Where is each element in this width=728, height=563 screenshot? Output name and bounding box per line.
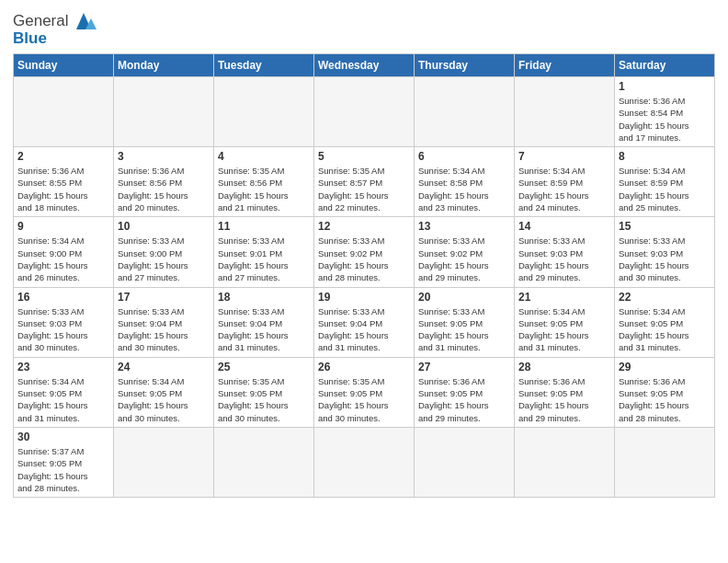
- day-number: 10: [118, 220, 210, 233]
- calendar-cell: [615, 427, 715, 497]
- calendar-cell: [515, 77, 615, 147]
- day-number: 17: [118, 291, 210, 304]
- calendar-cell: [114, 427, 214, 497]
- day-number: 6: [418, 150, 510, 163]
- day-info: Sunrise: 5:33 AM Sunset: 9:03 PM Dayligh…: [518, 235, 610, 283]
- day-info: Sunrise: 5:34 AM Sunset: 9:05 PM Dayligh…: [619, 305, 711, 354]
- calendar-cell: 20Sunrise: 5:33 AM Sunset: 9:05 PM Dayli…: [415, 287, 515, 357]
- calendar-header-friday: Friday: [515, 54, 615, 77]
- day-number: 16: [17, 291, 109, 304]
- day-number: 14: [518, 220, 610, 233]
- calendar-cell: [214, 77, 314, 147]
- day-number: 28: [518, 361, 610, 373]
- calendar-cell: 30Sunrise: 5:37 AM Sunset: 9:05 PM Dayli…: [14, 427, 114, 497]
- day-info: Sunrise: 5:33 AM Sunset: 9:03 PM Dayligh…: [619, 235, 711, 283]
- calendar-cell: 8Sunrise: 5:34 AM Sunset: 8:59 PM Daylig…: [615, 147, 715, 217]
- calendar-week-row: 1Sunrise: 5:36 AM Sunset: 8:54 PM Daylig…: [14, 77, 715, 147]
- calendar-cell: 9Sunrise: 5:34 AM Sunset: 9:00 PM Daylig…: [14, 217, 114, 287]
- day-info: Sunrise: 5:36 AM Sunset: 8:54 PM Dayligh…: [619, 95, 711, 144]
- day-number: 11: [218, 220, 310, 233]
- calendar-header-wednesday: Wednesday: [314, 54, 415, 77]
- day-info: Sunrise: 5:34 AM Sunset: 8:59 PM Dayligh…: [518, 165, 610, 213]
- calendar-cell: 5Sunrise: 5:35 AM Sunset: 8:57 PM Daylig…: [314, 147, 415, 217]
- calendar-cell: [314, 77, 415, 147]
- day-number: 24: [118, 361, 210, 373]
- day-number: 9: [17, 220, 109, 233]
- calendar-cell: 7Sunrise: 5:34 AM Sunset: 8:59 PM Daylig…: [515, 147, 615, 217]
- calendar-cell: 2Sunrise: 5:36 AM Sunset: 8:55 PM Daylig…: [14, 147, 114, 217]
- day-info: Sunrise: 5:36 AM Sunset: 9:05 PM Dayligh…: [418, 375, 510, 424]
- day-number: 23: [17, 361, 109, 373]
- day-info: Sunrise: 5:35 AM Sunset: 8:56 PM Dayligh…: [218, 165, 310, 213]
- calendar-header-sunday: Sunday: [14, 54, 114, 77]
- day-number: 13: [418, 220, 510, 233]
- calendar-week-row: 9Sunrise: 5:34 AM Sunset: 9:00 PM Daylig…: [14, 217, 715, 287]
- calendar-cell: [515, 427, 615, 497]
- day-info: Sunrise: 5:33 AM Sunset: 9:04 PM Dayligh…: [118, 305, 210, 354]
- day-number: 3: [118, 150, 210, 163]
- calendar-header-row: SundayMondayTuesdayWednesdayThursdayFrid…: [14, 54, 715, 77]
- day-info: Sunrise: 5:36 AM Sunset: 8:56 PM Dayligh…: [118, 165, 210, 213]
- day-number: 30: [17, 431, 109, 443]
- day-info: Sunrise: 5:33 AM Sunset: 9:04 PM Dayligh…: [218, 305, 310, 354]
- day-info: Sunrise: 5:36 AM Sunset: 8:55 PM Dayligh…: [17, 165, 109, 213]
- day-info: Sunrise: 5:34 AM Sunset: 8:59 PM Dayligh…: [619, 165, 711, 213]
- calendar-cell: 10Sunrise: 5:33 AM Sunset: 9:00 PM Dayli…: [114, 217, 214, 287]
- day-info: Sunrise: 5:34 AM Sunset: 9:00 PM Dayligh…: [17, 235, 109, 283]
- day-info: Sunrise: 5:36 AM Sunset: 9:05 PM Dayligh…: [619, 375, 711, 424]
- day-info: Sunrise: 5:34 AM Sunset: 8:58 PM Dayligh…: [418, 165, 510, 213]
- day-number: 12: [318, 220, 410, 233]
- calendar-cell: 18Sunrise: 5:33 AM Sunset: 9:04 PM Dayli…: [214, 287, 314, 357]
- day-info: Sunrise: 5:33 AM Sunset: 9:00 PM Dayligh…: [118, 235, 210, 283]
- calendar-header-saturday: Saturday: [615, 54, 715, 77]
- calendar-cell: 17Sunrise: 5:33 AM Sunset: 9:04 PM Dayli…: [114, 287, 214, 357]
- day-info: Sunrise: 5:33 AM Sunset: 9:05 PM Dayligh…: [418, 305, 510, 354]
- calendar-week-row: 30Sunrise: 5:37 AM Sunset: 9:05 PM Dayli…: [14, 427, 715, 497]
- day-info: Sunrise: 5:33 AM Sunset: 9:02 PM Dayligh…: [418, 235, 510, 283]
- day-number: 27: [418, 361, 510, 373]
- day-number: 2: [17, 150, 109, 163]
- calendar-cell: 15Sunrise: 5:33 AM Sunset: 9:03 PM Dayli…: [615, 217, 715, 287]
- calendar-header-tuesday: Tuesday: [214, 54, 314, 77]
- day-number: 7: [518, 150, 610, 163]
- day-info: Sunrise: 5:34 AM Sunset: 9:05 PM Dayligh…: [17, 375, 109, 424]
- calendar-cell: [415, 427, 515, 497]
- calendar-cell: 28Sunrise: 5:36 AM Sunset: 9:05 PM Dayli…: [515, 357, 615, 427]
- calendar: SundayMondayTuesdayWednesdayThursdayFrid…: [13, 53, 715, 498]
- calendar-cell: [415, 77, 515, 147]
- calendar-week-row: 23Sunrise: 5:34 AM Sunset: 9:05 PM Dayli…: [14, 357, 715, 427]
- calendar-cell: 16Sunrise: 5:33 AM Sunset: 9:03 PM Dayli…: [14, 287, 114, 357]
- day-number: 29: [619, 361, 711, 373]
- calendar-header-thursday: Thursday: [415, 54, 515, 77]
- calendar-cell: 24Sunrise: 5:34 AM Sunset: 9:05 PM Dayli…: [114, 357, 214, 427]
- day-info: Sunrise: 5:34 AM Sunset: 9:05 PM Dayligh…: [118, 375, 210, 424]
- calendar-cell: 23Sunrise: 5:34 AM Sunset: 9:05 PM Dayli…: [14, 357, 114, 427]
- page: General Blue SundayMondayTuesdayWednesda…: [0, 0, 728, 507]
- day-info: Sunrise: 5:33 AM Sunset: 9:01 PM Dayligh…: [218, 235, 310, 283]
- day-info: Sunrise: 5:33 AM Sunset: 9:03 PM Dayligh…: [17, 305, 109, 354]
- calendar-cell: 22Sunrise: 5:34 AM Sunset: 9:05 PM Dayli…: [615, 287, 715, 357]
- day-number: 4: [218, 150, 310, 163]
- calendar-cell: 6Sunrise: 5:34 AM Sunset: 8:58 PM Daylig…: [415, 147, 515, 217]
- day-info: Sunrise: 5:36 AM Sunset: 9:05 PM Dayligh…: [518, 375, 610, 424]
- calendar-header-monday: Monday: [114, 54, 214, 77]
- day-info: Sunrise: 5:34 AM Sunset: 9:05 PM Dayligh…: [518, 305, 610, 354]
- calendar-cell: 14Sunrise: 5:33 AM Sunset: 9:03 PM Dayli…: [515, 217, 615, 287]
- calendar-cell: [14, 77, 114, 147]
- calendar-cell: 19Sunrise: 5:33 AM Sunset: 9:04 PM Dayli…: [314, 287, 415, 357]
- day-number: 26: [318, 361, 410, 373]
- day-number: 21: [518, 291, 610, 304]
- day-number: 5: [318, 150, 410, 163]
- day-info: Sunrise: 5:35 AM Sunset: 9:05 PM Dayligh…: [218, 375, 310, 424]
- calendar-cell: 1Sunrise: 5:36 AM Sunset: 8:54 PM Daylig…: [615, 77, 715, 147]
- calendar-cell: 3Sunrise: 5:36 AM Sunset: 8:56 PM Daylig…: [114, 147, 214, 217]
- calendar-cell: [314, 427, 415, 497]
- day-info: Sunrise: 5:35 AM Sunset: 9:05 PM Dayligh…: [318, 375, 410, 424]
- day-number: 25: [218, 361, 310, 373]
- day-info: Sunrise: 5:37 AM Sunset: 9:05 PM Dayligh…: [17, 445, 109, 494]
- header: General Blue: [13, 9, 715, 48]
- calendar-cell: [214, 427, 314, 497]
- logo-icon: [69, 9, 98, 33]
- day-number: 19: [318, 291, 410, 304]
- calendar-cell: 29Sunrise: 5:36 AM Sunset: 9:05 PM Dayli…: [615, 357, 715, 427]
